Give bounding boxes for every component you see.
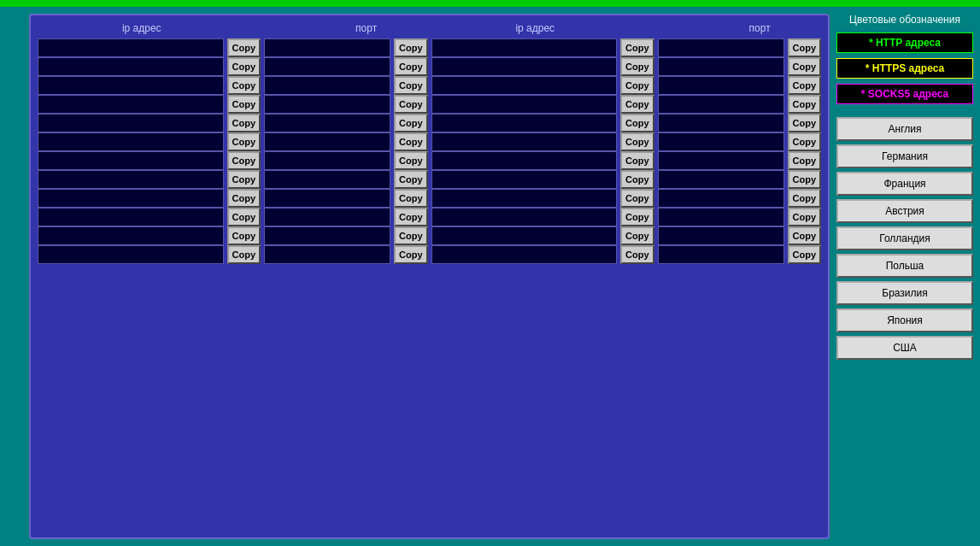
copy-port-btn-left-6[interactable]: Copy xyxy=(394,151,428,170)
copy-ip-btn-left-8[interactable]: Copy xyxy=(227,189,261,208)
copy-port-btn-right-0[interactable]: Copy xyxy=(788,38,822,57)
port-input-left-6[interactable] xyxy=(264,151,390,170)
port-input-left-4[interactable] xyxy=(264,114,390,132)
copy-ip-btn-right-2[interactable]: Copy xyxy=(620,76,654,95)
copy-ip-btn-right-5[interactable]: Copy xyxy=(620,132,654,151)
port-input-left-8[interactable] xyxy=(264,189,390,208)
country-btn-8[interactable]: США xyxy=(836,336,973,360)
ip-input-left-3[interactable] xyxy=(38,95,224,114)
copy-ip-btn-left-10[interactable]: Copy xyxy=(227,226,261,245)
copy-port-btn-left-10[interactable]: Copy xyxy=(394,226,428,245)
copy-port-btn-right-10[interactable]: Copy xyxy=(788,226,822,245)
copy-port-btn-right-2[interactable]: Copy xyxy=(788,76,822,95)
copy-ip-btn-left-9[interactable]: Copy xyxy=(227,208,261,226)
copy-port-btn-right-4[interactable]: Copy xyxy=(788,114,822,132)
port-input-right-10[interactable] xyxy=(658,226,784,245)
port-input-left-10[interactable] xyxy=(264,226,390,245)
ip-input-right-1[interactable] xyxy=(431,57,618,76)
copy-ip-btn-right-10[interactable]: Copy xyxy=(620,226,654,245)
port-input-right-6[interactable] xyxy=(658,151,784,170)
country-btn-6[interactable]: Бразилия xyxy=(836,281,973,305)
port-input-right-7[interactable] xyxy=(658,170,784,189)
copy-ip-btn-right-4[interactable]: Copy xyxy=(620,114,654,132)
port-input-right-5[interactable] xyxy=(658,132,784,151)
copy-port-btn-left-1[interactable]: Copy xyxy=(394,57,428,76)
port-input-right-0[interactable] xyxy=(658,38,784,57)
copy-ip-btn-right-7[interactable]: Copy xyxy=(620,170,654,189)
copy-port-btn-left-2[interactable]: Copy xyxy=(394,76,428,95)
ip-input-right-11[interactable] xyxy=(431,245,618,264)
port-input-right-1[interactable] xyxy=(658,57,784,76)
country-btn-4[interactable]: Голландия xyxy=(836,226,973,250)
copy-ip-btn-left-1[interactable]: Copy xyxy=(227,57,261,76)
port-input-left-11[interactable] xyxy=(264,245,390,264)
copy-port-btn-left-7[interactable]: Copy xyxy=(394,170,428,189)
copy-port-btn-left-11[interactable]: Copy xyxy=(394,245,428,264)
port-input-left-2[interactable] xyxy=(264,76,390,95)
port-input-left-9[interactable] xyxy=(264,208,390,226)
ip-input-left-11[interactable] xyxy=(38,245,224,264)
ip-input-right-7[interactable] xyxy=(431,170,618,189)
copy-ip-btn-right-1[interactable]: Copy xyxy=(620,57,654,76)
port-input-right-3[interactable] xyxy=(658,95,784,114)
copy-ip-btn-left-4[interactable]: Copy xyxy=(227,114,261,132)
copy-ip-btn-right-6[interactable]: Copy xyxy=(620,151,654,170)
copy-port-btn-right-6[interactable]: Copy xyxy=(788,151,822,170)
copy-port-btn-right-7[interactable]: Copy xyxy=(788,170,822,189)
ip-input-left-9[interactable] xyxy=(38,208,224,226)
copy-port-btn-right-11[interactable]: Copy xyxy=(788,245,822,264)
ip-input-right-9[interactable] xyxy=(431,208,618,226)
country-btn-5[interactable]: Польша xyxy=(836,254,973,278)
copy-port-btn-left-4[interactable]: Copy xyxy=(394,114,428,132)
copy-port-btn-left-5[interactable]: Copy xyxy=(394,132,428,151)
ip-input-left-2[interactable] xyxy=(38,76,224,95)
copy-port-btn-left-0[interactable]: Copy xyxy=(394,38,428,57)
port-input-left-1[interactable] xyxy=(264,57,390,76)
ip-input-right-4[interactable] xyxy=(431,114,618,132)
copy-ip-btn-left-0[interactable]: Copy xyxy=(227,38,261,57)
ip-input-left-7[interactable] xyxy=(38,170,224,189)
copy-port-btn-left-9[interactable]: Copy xyxy=(394,208,428,226)
ip-input-left-1[interactable] xyxy=(38,57,224,76)
copy-ip-btn-right-11[interactable]: Copy xyxy=(620,245,654,264)
copy-port-btn-right-8[interactable]: Copy xyxy=(788,189,822,208)
country-btn-7[interactable]: Япония xyxy=(836,308,973,332)
port-input-left-5[interactable] xyxy=(264,132,390,151)
copy-ip-btn-left-7[interactable]: Copy xyxy=(227,170,261,189)
copy-port-btn-right-3[interactable]: Copy xyxy=(788,95,822,114)
country-btn-2[interactable]: Франция xyxy=(836,172,973,196)
copy-ip-btn-left-5[interactable]: Copy xyxy=(227,132,261,151)
copy-port-btn-left-3[interactable]: Copy xyxy=(394,95,428,114)
copy-port-btn-right-1[interactable]: Copy xyxy=(788,57,822,76)
ip-input-left-4[interactable] xyxy=(38,114,224,132)
port-input-right-11[interactable] xyxy=(658,245,784,264)
copy-ip-btn-right-9[interactable]: Copy xyxy=(620,208,654,226)
ip-input-right-5[interactable] xyxy=(431,132,618,151)
copy-ip-btn-left-11[interactable]: Copy xyxy=(227,245,261,264)
ip-input-left-10[interactable] xyxy=(38,226,224,245)
copy-ip-btn-right-0[interactable]: Copy xyxy=(620,38,654,57)
copy-ip-btn-left-2[interactable]: Copy xyxy=(227,76,261,95)
copy-ip-btn-left-3[interactable]: Copy xyxy=(227,95,261,114)
ip-input-left-5[interactable] xyxy=(38,132,224,151)
ip-input-right-10[interactable] xyxy=(431,226,618,245)
port-input-right-2[interactable] xyxy=(658,76,784,95)
port-input-right-4[interactable] xyxy=(658,114,784,132)
ip-input-right-0[interactable] xyxy=(431,38,618,57)
ip-input-left-8[interactable] xyxy=(38,189,224,208)
ip-input-right-3[interactable] xyxy=(431,95,618,114)
ip-input-right-2[interactable] xyxy=(431,76,618,95)
ip-input-left-0[interactable] xyxy=(38,38,224,57)
country-btn-3[interactable]: Австрия xyxy=(836,199,973,223)
copy-port-btn-right-9[interactable]: Copy xyxy=(788,208,822,226)
copy-port-btn-left-8[interactable]: Copy xyxy=(394,189,428,208)
copy-ip-btn-right-3[interactable]: Copy xyxy=(620,95,654,114)
port-input-left-7[interactable] xyxy=(264,170,390,189)
port-input-left-3[interactable] xyxy=(264,95,390,114)
country-btn-1[interactable]: Германия xyxy=(836,144,973,168)
ip-input-right-8[interactable] xyxy=(431,189,618,208)
port-input-right-9[interactable] xyxy=(658,208,784,226)
copy-port-btn-right-5[interactable]: Copy xyxy=(788,132,822,151)
port-input-left-0[interactable] xyxy=(264,38,390,57)
country-btn-0[interactable]: Англия xyxy=(836,117,973,141)
